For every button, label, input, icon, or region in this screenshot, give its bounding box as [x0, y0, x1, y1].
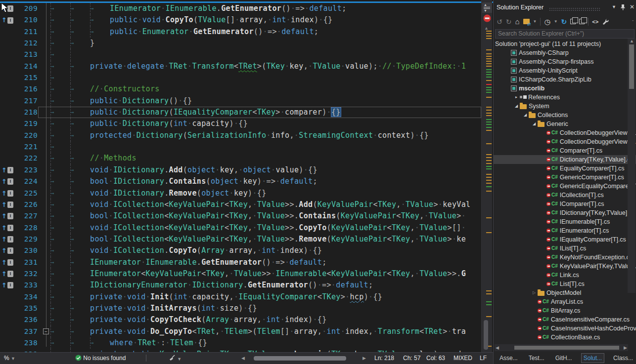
collapse-region-icon[interactable]: − [43, 328, 49, 334]
folding-margin[interactable] [38, 153, 50, 164]
glyph-margin[interactable]: ↑I [0, 234, 17, 245]
folding-margin[interactable] [38, 176, 50, 187]
tree-item[interactable]: C#IEnumerable[T].cs [494, 217, 636, 226]
tree-item[interactable]: Assembly-CSharp [494, 48, 636, 57]
glyph-margin[interactable]: ↑I [0, 210, 17, 222]
tree-item[interactable]: C#CaseInsensitiveHashCodeProvider.cs [494, 324, 636, 333]
folding-margin[interactable]: − [38, 326, 50, 337]
glyph-margin[interactable]: ↑I [0, 14, 17, 26]
folding-margin[interactable] [38, 141, 50, 153]
column-indicator[interactable]: Col: 63 [426, 355, 445, 362]
search-input[interactable]: Search Solution Explorer (Ctrl+") [495, 29, 635, 39]
code-line[interactable]: 219→→public·Dictionary(int·capacity)·{} [0, 118, 481, 129]
tree-vertical-scrollbar[interactable]: ▲ [628, 39, 636, 293]
tool-window-tab[interactable]: Solut... [581, 353, 604, 363]
folding-margin[interactable] [38, 337, 50, 349]
code-line[interactable]: ↑I230→→void·ICollection.CopyTo(Array·arr… [0, 245, 481, 256]
tree-item[interactable]: C#IEqualityComparer[T].cs [494, 235, 636, 244]
scroll-up-arrow[interactable]: ▲ [630, 39, 634, 43]
scroll-right-arrow[interactable]: ▶ [624, 345, 627, 350]
folding-margin[interactable] [38, 3, 50, 14]
chevron-down-icon[interactable]: ▼ [554, 19, 558, 24]
home-icon[interactable]: ⌂ [515, 18, 519, 26]
hscroll-thumb[interactable] [254, 356, 346, 361]
char-indicator[interactable]: Ch: 57 [403, 355, 420, 362]
tree-item[interactable]: C#CollectionDebuggerView[T,U].cs [494, 128, 636, 137]
tool-window-tab[interactable]: GitH... [553, 354, 574, 363]
line-indicator[interactable]: Ln: 218 [374, 355, 394, 362]
back-icon[interactable]: ↺ [497, 18, 502, 26]
implements-interface-icon[interactable]: ↑I [1, 188, 13, 199]
code-line[interactable]: ↑I223→→void·IDictionary.Add(object·key,·… [0, 164, 481, 176]
glyph-margin[interactable] [0, 118, 17, 129]
code-line[interactable]: 221→→ [0, 141, 481, 153]
expanded-arrow-icon[interactable]: ◢ [531, 120, 538, 128]
code-line[interactable]: 235→→private·void·InitArrays(int·size)·{… [0, 303, 481, 314]
code-line[interactable]: 214→→private·delegate·TRet·Transform<TRe… [0, 61, 481, 72]
tool-window-tab[interactable]: Asse... [498, 354, 520, 363]
issues-indicator[interactable]: No issues found [75, 355, 126, 362]
scrollbar-thumb[interactable] [514, 346, 619, 350]
tree-horizontal-scrollbar[interactable]: ◀ ▶ [495, 344, 628, 351]
tree-item[interactable]: ICSharpCode.SharpZipLib [494, 75, 636, 84]
folding-margin[interactable] [38, 303, 50, 314]
glyph-margin[interactable] [0, 349, 17, 352]
code-line[interactable]: ↑I226→→void·ICollection<KeyValuePair<TKe… [0, 199, 481, 210]
code-line[interactable]: 239→→private·static·KeyValuePair<TKey,·T… [0, 349, 481, 352]
folding-margin[interactable] [38, 95, 50, 107]
tree-item[interactable]: C#KeyNotFoundException.cs [494, 253, 636, 262]
tree-item[interactable]: C#CaseInsensitiveComparer.cs [494, 315, 636, 324]
view-code-icon[interactable]: <> [592, 18, 598, 26]
code-line[interactable]: ↑I224→→bool·IDictionary.Contains(object·… [0, 176, 481, 187]
tree-item[interactable]: C#BitArray.cs [494, 306, 636, 315]
folding-margin[interactable] [38, 222, 50, 234]
tree-item[interactable]: C#KeyValuePair[TKey,TValue].cs [494, 262, 636, 271]
refresh-icon[interactable]: ↻ [561, 18, 567, 26]
tree-item[interactable]: ▷ObjectModel [494, 288, 636, 297]
implements-interface-icon[interactable]: ↑I [1, 257, 13, 268]
folding-margin[interactable] [38, 83, 50, 95]
folding-margin[interactable] [38, 107, 50, 118]
tree-item[interactable]: mscorlib [494, 84, 636, 93]
code-line[interactable]: 217→→public·Dictionary()·{} [0, 95, 481, 107]
code-line[interactable]: 215→→ [0, 72, 481, 83]
folding-margin[interactable] [38, 72, 50, 83]
expanded-arrow-icon[interactable]: ◢ [522, 111, 529, 120]
tree-item[interactable]: C#GenericEqualityComparer[T].cs [494, 182, 636, 191]
hscroll-left-arrow[interactable]: ◀ [241, 356, 245, 361]
code-line[interactable]: 237−→→private·void·Do_CopyTo<TRet,·TElem… [0, 326, 481, 337]
code-line[interactable]: 238→→→where·TRet·:·TElem·{} [0, 337, 481, 349]
cleanup-button[interactable]: ▼ [168, 355, 182, 362]
tree-item[interactable]: C#IList[T].cs [494, 244, 636, 253]
toolbar-overflow-icon[interactable]: " [632, 19, 634, 24]
implements-interface-icon[interactable]: ↑I [1, 176, 13, 187]
implements-interface-icon[interactable]: ↑I [1, 222, 13, 234]
hscroll-right-arrow[interactable]: ▶ [363, 356, 366, 361]
code-line[interactable]: 220→→protected·Dictionary(SerializationI… [0, 130, 481, 141]
glyph-margin[interactable]: ↑I [0, 188, 17, 199]
tree-item[interactable]: C#List[T].cs [494, 280, 636, 288]
glyph-margin[interactable] [0, 26, 17, 38]
tree-item[interactable]: Assembly-CSharp-firstpass [494, 57, 636, 66]
folding-margin[interactable] [38, 257, 50, 268]
folding-margin[interactable] [38, 291, 50, 303]
implements-interface-icon[interactable]: ↑I [1, 234, 13, 245]
folding-margin[interactable] [38, 61, 50, 72]
glyph-margin[interactable] [0, 303, 17, 314]
zoom-selector[interactable]: % ▼ [4, 355, 15, 362]
tree-item[interactable]: C#GenericComparer[T].cs [494, 173, 636, 182]
code-line[interactable]: 213→→ [0, 49, 481, 60]
glyph-margin[interactable]: ↑I [0, 257, 17, 268]
tree-item[interactable]: Assembly-UnityScript [494, 66, 636, 75]
glyph-margin[interactable] [0, 72, 17, 83]
properties-wrench-icon[interactable] [602, 18, 609, 25]
glyph-margin[interactable]: ↑I [0, 222, 17, 234]
solution-tree[interactable]: Solution 'project-gui' (11 of 11 project… [494, 40, 636, 343]
tree-item[interactable]: C#IComparer[T].cs [494, 200, 636, 208]
tree-item[interactable]: Solution 'project-gui' (11 of 11 project… [494, 40, 636, 48]
code-line[interactable]: 222→→//·Methods [0, 153, 481, 164]
glyph-margin[interactable] [0, 326, 17, 337]
tree-item[interactable]: ◢Generic [494, 120, 636, 128]
editor-vertical-scrollbar[interactable]: ▲ ▼ ▲ [481, 0, 492, 352]
folding-margin[interactable] [38, 349, 50, 352]
